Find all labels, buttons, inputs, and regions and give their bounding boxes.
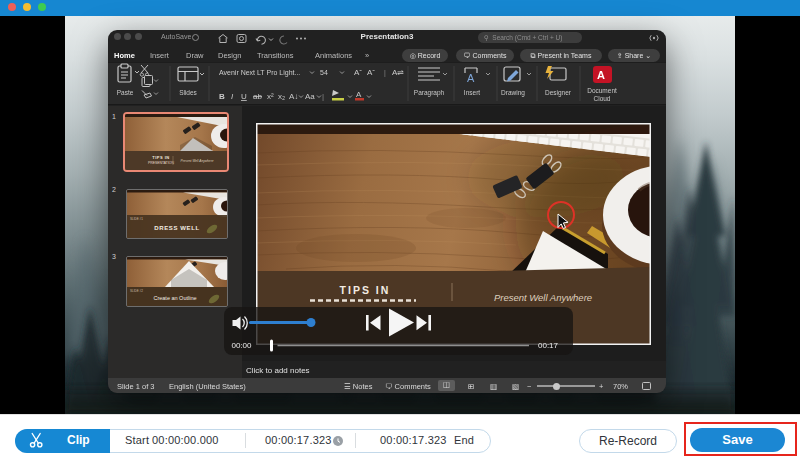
svg-text:Insert: Insert	[464, 89, 480, 96]
svg-text:A↓: A↓	[289, 92, 298, 101]
svg-text:|: |	[384, 69, 386, 77]
svg-text:Designer: Designer	[545, 89, 572, 97]
svg-text:U: U	[241, 92, 247, 101]
svg-text:|: |	[322, 92, 324, 101]
svg-text:SLIDE #2: SLIDE #2	[130, 289, 143, 293]
svg-text:Aa: Aa	[305, 92, 315, 101]
svg-text:Present Well Anywhere: Present Well Anywhere	[181, 159, 214, 163]
svg-text:00:17: 00:17	[538, 341, 559, 350]
svg-text:Cloud: Cloud	[594, 95, 611, 102]
svg-text:Paragraph: Paragraph	[414, 89, 445, 97]
svg-text:A⇌: A⇌	[392, 68, 404, 77]
svg-text:Document: Document	[587, 87, 617, 94]
svg-text:Slides: Slides	[179, 89, 197, 96]
svg-text:x₂: x₂	[278, 92, 285, 101]
svg-text:TIPS IN: TIPS IN	[340, 284, 391, 296]
svg-text:A: A	[467, 72, 475, 84]
svg-text:Drawing: Drawing	[501, 89, 525, 97]
svg-text:I: I	[231, 92, 234, 101]
svg-text:A: A	[597, 69, 605, 81]
svg-text:B: B	[219, 92, 225, 101]
svg-text:Avenir Next LT Pro Light...: Avenir Next LT Pro Light...	[219, 69, 300, 77]
svg-text:Paste: Paste	[117, 89, 134, 96]
svg-text:DRESS WELL: DRESS WELL	[154, 225, 199, 231]
svg-text:SLIDE #1: SLIDE #1	[130, 217, 143, 221]
svg-text:00:00: 00:00	[232, 341, 253, 350]
svg-text:ab: ab	[253, 92, 262, 101]
svg-text:Present Well Anywhere: Present Well Anywhere	[494, 292, 592, 303]
svg-text:PRESENTATION: PRESENTATION	[148, 161, 174, 165]
svg-text:Aˇ: Aˇ	[367, 68, 375, 77]
svg-text:Aˆ: Aˆ	[354, 68, 362, 77]
svg-text:TIPS IN: TIPS IN	[152, 155, 170, 160]
svg-text:Create an Outline: Create an Outline	[153, 295, 196, 301]
svg-text:x²: x²	[267, 92, 274, 101]
svg-text:A: A	[356, 90, 362, 99]
svg-text:54: 54	[320, 69, 328, 76]
